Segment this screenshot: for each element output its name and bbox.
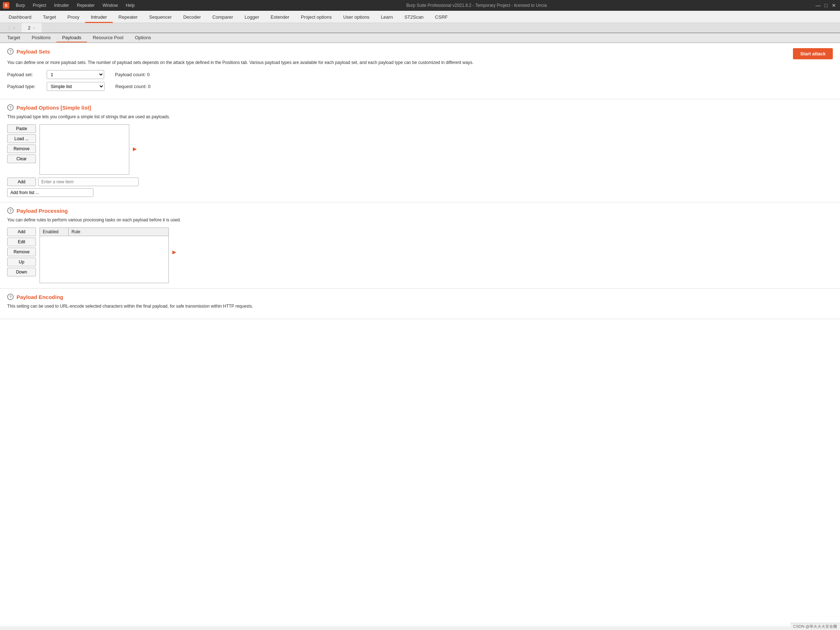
payload-type-label: Payload type:: [7, 84, 43, 89]
payload-options-description: This payload type lets you configure a s…: [7, 114, 833, 120]
clear-button[interactable]: Clear: [7, 155, 36, 163]
payload-processing-description: You can define rules to perform various …: [7, 217, 833, 223]
request-count-info: Request count: 0: [115, 84, 150, 89]
processing-add-button[interactable]: Add: [7, 228, 36, 236]
payload-options-layout: Paste Load ... Remove Clear ▶: [7, 124, 833, 175]
intruder-tab-positions[interactable]: Positions: [26, 33, 56, 43]
intruder-tabs: TargetPositionsPayloadsResource PoolOpti…: [0, 33, 840, 43]
payload-options-section: ? Payload Options [Simple list] This pay…: [0, 99, 840, 202]
session-tab-more[interactable]: ...: [42, 23, 58, 33]
minimize-button[interactable]: —: [815, 2, 821, 9]
payload-sets-description: You can define one or more payload sets.…: [7, 59, 833, 66]
payload-options-header: ? Payload Options [Simple list]: [7, 104, 833, 111]
menu-item-intruder[interactable]: Intruder: [51, 2, 73, 9]
main-nav-st2scan[interactable]: ST2Scan: [399, 12, 429, 23]
paste-button[interactable]: Paste: [7, 124, 36, 133]
titlebar-left: B BurpProjectIntruderRepeaterWindowHelp: [3, 2, 138, 9]
menu-item-burp[interactable]: Burp: [12, 2, 28, 9]
col-rule-header: Rule: [69, 228, 169, 236]
add-from-list-select[interactable]: Add from list ... Passwords Usernames Fu…: [7, 188, 93, 197]
processing-edit-button[interactable]: Edit: [7, 237, 36, 246]
menu-item-window[interactable]: Window: [99, 2, 122, 9]
intruder-tab-options[interactable]: Options: [129, 33, 157, 43]
payload-list-buttons: Paste Load ... Remove Clear: [7, 124, 36, 163]
main-nav: DashboardTargetProxyIntruderRepeaterSequ…: [0, 11, 840, 23]
payload-set-select[interactable]: 1 2: [47, 70, 104, 79]
main-nav-project-options[interactable]: Project options: [295, 12, 338, 23]
payload-set-label: Payload set:: [7, 72, 43, 77]
session-tab-close-tab2[interactable]: ×: [32, 26, 35, 30]
payload-sets-section: ? Payload Sets Start attack You can defi…: [0, 43, 840, 99]
titlebar-controls: — □ ✕: [815, 2, 837, 9]
main-nav-intruder[interactable]: Intruder: [85, 12, 113, 23]
main-nav-dashboard[interactable]: Dashboard: [3, 12, 37, 23]
status-bar: CSDN @举火火火安全圈: [790, 623, 840, 627]
titlebar: B BurpProjectIntruderRepeaterWindowHelp …: [0, 0, 840, 11]
payload-sets-title: Payload Sets: [17, 49, 50, 55]
add-item-input[interactable]: [38, 177, 139, 186]
processing-up-button[interactable]: Up: [7, 258, 36, 266]
add-from-list-row: Add from list ... Passwords Usernames Fu…: [7, 188, 833, 197]
main-nav-comparer[interactable]: Comparer: [207, 12, 239, 23]
main-nav-user-options[interactable]: User options: [338, 12, 375, 23]
main-nav-decoder[interactable]: Decoder: [177, 12, 207, 23]
payload-type-select[interactable]: Simple list Runtime file Custom iterator…: [47, 82, 104, 91]
processing-table: Enabled Rule: [39, 228, 169, 283]
main-nav-proxy[interactable]: Proxy: [62, 12, 85, 23]
titlebar-menu: BurpProjectIntruderRepeaterWindowHelp: [12, 2, 138, 9]
payload-list-arrow: ▶: [133, 146, 137, 152]
processing-table-body: [40, 236, 169, 283]
payload-count-info: Payload count: 0: [115, 72, 150, 77]
payload-processing-section: ? Payload Processing You can define rule…: [0, 202, 840, 288]
remove-button[interactable]: Remove: [7, 144, 36, 153]
payload-encoding-description: This setting can be used to URL-encode s…: [7, 303, 833, 309]
session-tab-tab2[interactable]: 2 ×: [22, 23, 42, 33]
payload-encoding-header: ? Payload Encoding: [7, 294, 833, 300]
menu-item-help[interactable]: Help: [122, 2, 138, 9]
menu-item-repeater[interactable]: Repeater: [73, 2, 98, 9]
processing-table-wrapper: Enabled Rule: [39, 228, 169, 283]
add-item-button[interactable]: Add: [7, 177, 36, 186]
payload-encoding-help-icon[interactable]: ?: [7, 294, 14, 300]
processing-arrow: ▶: [172, 249, 176, 255]
start-attack-button[interactable]: Start attack: [793, 48, 833, 59]
payload-type-row: Payload type: Simple list Runtime file C…: [7, 82, 833, 91]
payload-processing-help-icon[interactable]: ?: [7, 207, 14, 214]
processing-down-button[interactable]: Down: [7, 268, 36, 276]
payload-options-title: Payload Options [Simple list]: [17, 104, 91, 111]
payload-sets-help-icon[interactable]: ?: [7, 48, 14, 55]
processing-remove-button[interactable]: Remove: [7, 248, 36, 256]
intruder-tab-resource-pool[interactable]: Resource Pool: [87, 33, 129, 43]
add-item-row: Add: [7, 177, 833, 186]
payload-processing-header: ? Payload Processing: [7, 207, 833, 214]
payload-sets-title-group: ? Payload Sets: [7, 48, 50, 55]
processing-buttons: Add Edit Remove Up Down: [7, 228, 36, 276]
close-button[interactable]: ✕: [831, 2, 837, 9]
payload-encoding-title: Payload Encoding: [17, 294, 63, 300]
payload-list-area: [39, 124, 129, 175]
payload-options-help-icon[interactable]: ?: [7, 104, 14, 111]
payload-encoding-section: ? Payload Encoding This setting can be u…: [0, 288, 840, 319]
content-area: ? Payload Sets Start attack You can defi…: [0, 43, 840, 627]
payload-processing-title: Payload Processing: [17, 208, 68, 214]
main-nav-learn[interactable]: Learn: [375, 12, 399, 23]
main-nav-sequencer[interactable]: Sequencer: [143, 12, 177, 23]
titlebar-title: Burp Suite Professional v2021.8.2 - Temp…: [406, 3, 546, 8]
intruder-tab-payloads[interactable]: Payloads: [56, 33, 87, 43]
payload-set-row: Payload set: 1 2 Payload count: 0: [7, 70, 833, 79]
burp-logo: B: [3, 2, 9, 9]
intruder-tab-target[interactable]: Target: [2, 33, 26, 43]
session-tab-close-tab1[interactable]: ×: [12, 26, 15, 30]
col-enabled-header: Enabled: [40, 228, 69, 236]
main-nav-logger[interactable]: Logger: [239, 12, 265, 23]
load-button[interactable]: Load ...: [7, 135, 36, 143]
session-tabs-bar: 1 ×2 ×...: [0, 23, 840, 33]
main-nav-repeater[interactable]: Repeater: [113, 12, 143, 23]
main-nav-extender[interactable]: Extender: [265, 12, 295, 23]
processing-table-header: Enabled Rule: [40, 228, 169, 236]
main-nav-csrf[interactable]: CSRF: [429, 12, 453, 23]
session-tab-tab1[interactable]: 1 ×: [2, 23, 22, 33]
menu-item-project[interactable]: Project: [29, 2, 50, 9]
maximize-button[interactable]: □: [823, 2, 829, 9]
main-nav-target[interactable]: Target: [37, 12, 62, 23]
